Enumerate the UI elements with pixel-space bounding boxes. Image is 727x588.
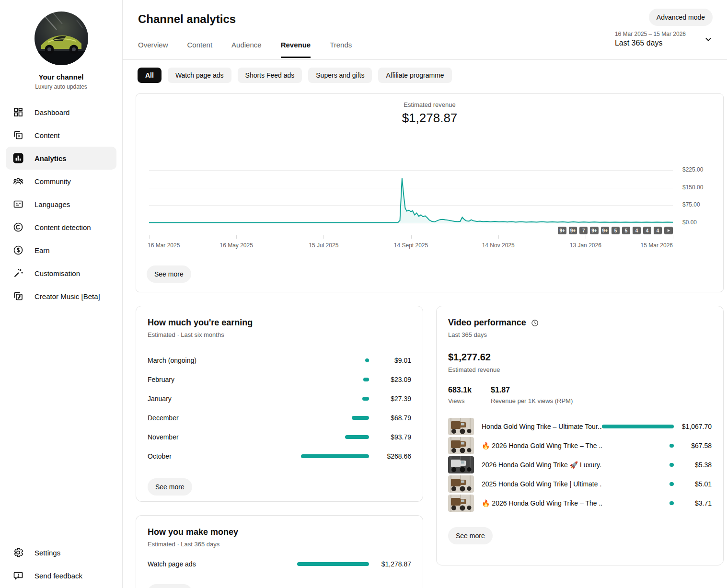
earning-row: January $27.39 xyxy=(148,389,411,408)
money-bar xyxy=(297,562,369,566)
video-marker-badge[interactable]: 4 xyxy=(643,227,651,234)
sidebar-item-community[interactable]: Community xyxy=(0,170,122,193)
video-performance-title: Video performance xyxy=(448,318,526,328)
chart-see-more-button[interactable]: See more xyxy=(147,265,191,283)
video-marker-badge[interactable]: 5 xyxy=(612,227,620,234)
y-axis-label: $150.00 xyxy=(682,184,703,191)
video-row[interactable]: Honda Gold Wing Trike – Ultimate Tour...… xyxy=(448,417,712,436)
x-axis-ticks xyxy=(149,235,673,239)
video-marker-badge[interactable]: 9+ xyxy=(590,227,598,234)
dashboard-icon xyxy=(12,106,24,118)
revenue-source-label: Watch page ads xyxy=(148,560,297,568)
video-thumbnail xyxy=(448,437,474,454)
chip-supers-and-gifts[interactable]: Supers and gifts xyxy=(308,68,372,83)
chart-header: Estimated revenue $1,278.87 xyxy=(136,94,723,126)
video-title: 🔥 2026 Honda Gold Wing Trike – The ... xyxy=(482,499,602,507)
video-thumbnail xyxy=(448,495,474,512)
month-label: March (ongoing) xyxy=(148,357,297,364)
video-marker-badge[interactable]: 9+ xyxy=(601,227,609,234)
sidebar: Your channel Luxury auto updates Dashboa… xyxy=(0,0,123,588)
sidebar-item-content-detection[interactable]: Content detection xyxy=(0,216,122,239)
sidebar-item-label: Creator Music [Beta] xyxy=(35,292,100,300)
video-row[interactable]: 🔥 2026 Honda Gold Wing Trike – The ... $… xyxy=(448,494,712,513)
sidebar-item-label: Settings xyxy=(35,549,60,557)
tab-trends[interactable]: Trends xyxy=(330,41,352,58)
revenue-filter-chips: All Watch page ads Shorts Feed ads Super… xyxy=(138,68,452,83)
earning-see-more-button[interactable]: See more xyxy=(148,478,192,496)
money-see-more-button[interactable]: See more xyxy=(148,584,192,588)
earning-row: February $23.09 xyxy=(148,370,411,389)
video-marker-badge[interactable]: 4 xyxy=(654,227,662,234)
x-axis-label: 14 Nov 2025 xyxy=(482,242,515,249)
channel-tagline: Luxury auto updates xyxy=(0,83,122,90)
video-revenue-value: $3.71 xyxy=(678,499,712,507)
video-title: 2025 Honda Gold Wing Trike | Ultimate ..… xyxy=(482,480,602,488)
sidebar-item-label: Send feedback xyxy=(35,572,82,580)
money-value: $1,278.87 xyxy=(379,560,411,568)
vp-revenue-label: Estimated revenue xyxy=(448,366,712,373)
chip-watch-page-ads[interactable]: Watch page ads xyxy=(168,68,231,83)
earning-row: March (ongoing) $9.01 xyxy=(148,351,411,370)
tab-revenue[interactable]: Revenue xyxy=(281,41,311,58)
sidebar-item-label: Dashboard xyxy=(35,108,69,116)
date-range-selector[interactable]: 16 Mar 2025 – 15 Mar 2026 Last 365 days xyxy=(615,31,714,47)
earning-value: $9.01 xyxy=(379,357,411,364)
video-marker-badge[interactable]: 4 xyxy=(633,227,641,234)
sidebar-item-settings[interactable]: Settings xyxy=(0,541,122,564)
earning-bar xyxy=(362,397,369,401)
content-icon xyxy=(12,129,24,141)
magic-wand-icon xyxy=(12,267,24,279)
earning-bar xyxy=(352,416,369,420)
sidebar-item-send-feedback[interactable]: Send feedback xyxy=(0,564,122,587)
x-axis-labels: 16 Mar 2025 16 May 2025 15 Jul 2025 14 S… xyxy=(149,242,673,250)
sidebar-item-languages[interactable]: Languages xyxy=(0,193,122,216)
video-performance-see-more-button[interactable]: See more xyxy=(448,527,493,544)
video-marker-badge[interactable]: 9+ xyxy=(558,227,566,234)
y-axis-label: $75.00 xyxy=(682,201,700,208)
chip-shorts-feed-ads[interactable]: Shorts Feed ads xyxy=(238,68,302,83)
sidebar-menu: Dashboard Content Analytics xyxy=(0,101,122,308)
tab-audience[interactable]: Audience xyxy=(231,41,262,58)
video-revenue-bar xyxy=(669,482,674,486)
revenue-line-svg xyxy=(149,170,673,223)
sidebar-footer: Settings Send feedback xyxy=(0,541,122,588)
video-row[interactable]: 2025 Honda Gold Wing Trike | Ultimate ..… xyxy=(448,474,712,494)
video-revenue-bar xyxy=(669,501,674,505)
tab-content[interactable]: Content xyxy=(187,41,213,58)
video-row[interactable]: 🔥 2026 Honda Gold Wing Trike – The ... $… xyxy=(448,436,712,455)
channel-avatar[interactable] xyxy=(35,12,88,65)
revenue-chart-card: Estimated revenue $1,278.87 $225.00 $150… xyxy=(136,93,724,292)
rpm-label: Revenue per 1K views (RPM) xyxy=(491,397,573,404)
chip-affiliate-programme[interactable]: Affiliate programme xyxy=(378,68,451,83)
money-card-title: How you make money xyxy=(148,527,411,537)
video-row[interactable]: 2026 Honda Gold Wing Trike 🚀 Luxury... $… xyxy=(448,455,712,474)
video-performance-period: Last 365 days xyxy=(448,331,712,338)
video-marker-badge[interactable]: 9+ xyxy=(569,227,577,234)
sports-car-avatar-image xyxy=(35,12,88,65)
tab-overview[interactable]: Overview xyxy=(138,41,168,58)
month-label: February xyxy=(148,376,297,383)
advanced-mode-button[interactable]: Advanced mode xyxy=(649,9,713,26)
video-thumbnail xyxy=(448,456,474,473)
sidebar-item-creator-music[interactable]: Creator Music [Beta] xyxy=(0,285,122,308)
video-revenue-value: $5.01 xyxy=(678,480,712,488)
video-thumbnail xyxy=(448,418,474,435)
video-marker-badge[interactable]: 5 xyxy=(622,227,630,234)
video-revenue-value: $5.38 xyxy=(678,461,712,469)
video-marker-badge[interactable]: 7 xyxy=(579,227,588,234)
date-range-label: Last 365 days xyxy=(615,39,686,47)
revenue-line-chart xyxy=(149,170,673,223)
analytics-tabs: Overview Content Audience Revenue Trends xyxy=(138,41,352,58)
sidebar-item-earn[interactable]: Earn xyxy=(0,239,122,262)
sidebar-item-content[interactable]: Content xyxy=(0,124,122,147)
chip-all[interactable]: All xyxy=(138,68,162,83)
marker-play-button[interactable] xyxy=(664,227,673,234)
sidebar-item-analytics[interactable]: Analytics xyxy=(6,147,116,170)
sidebar-item-customisation[interactable]: Customisation xyxy=(0,262,122,285)
gear-icon xyxy=(12,547,24,558)
earning-row: November $93.79 xyxy=(148,427,411,447)
page-title: Channel analytics xyxy=(138,12,236,26)
video-revenue-value: $1,067.70 xyxy=(678,423,712,430)
sidebar-item-dashboard[interactable]: Dashboard xyxy=(0,101,122,124)
sidebar-item-label: Content detection xyxy=(35,223,91,231)
